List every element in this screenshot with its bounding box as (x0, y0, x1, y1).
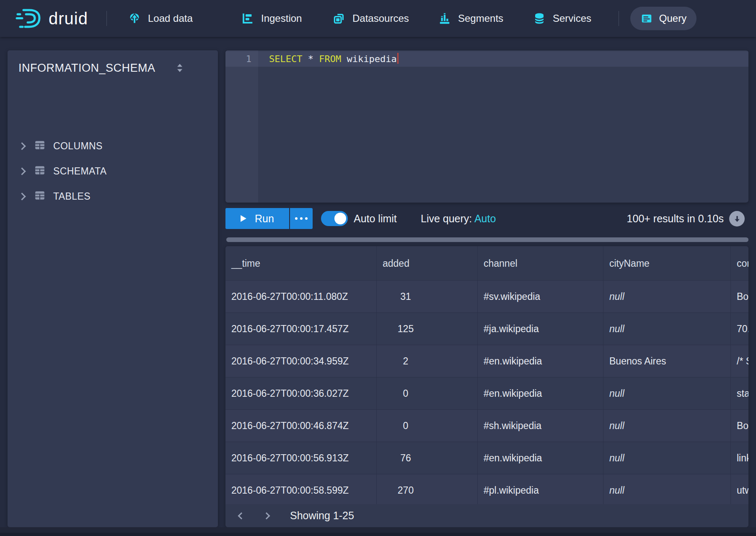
results-header-row: __time added channel cityName comment (225, 246, 748, 281)
column-header-channel[interactable]: channel (478, 246, 603, 281)
sql-text: SELECT * FROM wikipedia (269, 51, 399, 67)
table-cell-__time[interactable]: 2016-06-27T00:00:17.457Z (225, 313, 377, 345)
datasources-icon (333, 12, 345, 25)
results-table: __time added channel cityName comment 20… (225, 246, 748, 527)
table-cell-channel[interactable]: #en.wikipedia (478, 377, 603, 410)
horizontal-scrollbar[interactable] (226, 237, 748, 242)
table-row: 2016-06-27T00:00:17.457Z125#ja.wikipedia… (225, 313, 748, 345)
nav-item-label: Load data (148, 13, 193, 24)
column-header-comment[interactable]: comment (731, 246, 748, 281)
table-cell-channel[interactable]: #ja.wikipedia (478, 313, 603, 345)
bottom-edge (0, 533, 756, 536)
ingestion-icon (241, 12, 254, 25)
table-icon (34, 140, 46, 152)
table-cell-channel[interactable]: #en.wikipedia (478, 442, 603, 474)
table-row: 2016-06-27T00:00:36.027Z0#en.wikipedianu… (225, 377, 748, 410)
table-cell-__time[interactable]: 2016-06-27T00:00:11.080Z (225, 281, 377, 313)
druid-logo[interactable]: druid (15, 6, 88, 31)
chevron-right-icon (263, 512, 270, 519)
table-cell-cityName[interactable]: null (603, 474, 731, 504)
nav-item-label: Ingestion (261, 13, 302, 24)
table-cell-cityName[interactable]: null (603, 281, 731, 313)
chevron-right-icon (18, 193, 26, 200)
druid-logo-icon (15, 8, 43, 29)
table-cell-added[interactable]: 76 (377, 442, 478, 474)
nav-item-services[interactable]: Services (533, 0, 591, 37)
table-cell-__time[interactable]: 2016-06-27T00:00:36.027Z (225, 377, 377, 410)
sql-editor[interactable]: 1 SELECT * FROM wikipedia (225, 50, 748, 203)
run-more-button[interactable] (290, 208, 313, 229)
table-cell-__time[interactable]: 2016-06-27T00:00:34.959Z (225, 345, 377, 377)
table-cell-cityName[interactable]: null (603, 442, 731, 474)
table-cell-comment[interactable]: stat (731, 377, 748, 410)
table-cell-added[interactable]: 0 (377, 410, 478, 442)
table-cell-__time[interactable]: 2016-06-27T00:00:46.874Z (225, 410, 377, 442)
table-cell-comment[interactable]: /* St (731, 345, 748, 377)
nav-item-query-active[interactable]: Query (630, 7, 696, 30)
top-nav: druid Load data Ingestion Data (0, 0, 756, 37)
more-icon (295, 217, 298, 220)
table-cell-comment[interactable]: utwo (731, 474, 748, 504)
sql-plain: wikipedia (341, 54, 396, 64)
table-icon (34, 165, 46, 177)
live-query-label: Live query: Auto (421, 208, 496, 229)
nav-item-load-data[interactable]: Load data (128, 0, 193, 37)
sql-keyword: FROM (319, 54, 341, 64)
table-row: 2016-06-27T00:00:58.599Z270#pl.wikipedia… (225, 474, 748, 504)
table-cell-cityName[interactable]: Buenos Aires (603, 345, 731, 377)
query-icon (640, 12, 653, 25)
table-cell-channel[interactable]: #sv.wikipedia (478, 281, 603, 313)
play-icon (241, 215, 246, 222)
nav-item-label: Services (553, 13, 591, 24)
sidebar-item-tables[interactable]: TABLES (8, 185, 218, 207)
table-cell-channel[interactable]: #en.wikipedia (478, 345, 603, 377)
column-header-cityname[interactable]: cityName (603, 246, 731, 281)
table-cell-comment[interactable]: link (731, 442, 748, 474)
download-button[interactable] (729, 211, 745, 226)
table-cell-comment[interactable]: Bot (731, 410, 748, 442)
table-cell-__time[interactable]: 2016-06-27T00:00:58.599Z (225, 474, 377, 504)
nav-item-segments[interactable]: Segments (438, 0, 503, 37)
services-icon (533, 12, 546, 25)
more-icon (305, 217, 308, 220)
table-row: 2016-06-27T00:00:11.080Z31#sv.wikipedian… (225, 281, 748, 313)
column-header-time[interactable]: __time (225, 246, 377, 281)
schema-selector[interactable]: INFORMATION_SCHEMA (8, 58, 218, 78)
table-cell-cityName[interactable]: null (603, 377, 731, 410)
nav-item-label: Query (659, 13, 686, 24)
table-cell-added[interactable]: 2 (377, 345, 478, 377)
sidebar-item-label: SCHEMATA (53, 166, 107, 177)
table-cell-added[interactable]: 31 (377, 281, 478, 313)
table-cell-cityName[interactable]: null (603, 313, 731, 345)
table-cell-channel[interactable]: #pl.wikipedia (478, 474, 603, 504)
chevron-left-icon (238, 512, 245, 519)
nav-item-datasources[interactable]: Datasources (333, 0, 409, 37)
nav-item-ingestion[interactable]: Ingestion (241, 0, 302, 37)
next-page-button[interactable] (258, 504, 275, 527)
nav-item-label: Segments (458, 13, 503, 24)
table-row: 2016-06-27T00:00:46.874Z0#sh.wikipedianu… (225, 410, 748, 442)
table-cell-channel[interactable]: #sh.wikipedia (478, 410, 603, 442)
table-icon (34, 190, 46, 203)
table-cell-added[interactable]: 125 (377, 313, 478, 345)
table-cell-__time[interactable]: 2016-06-27T00:00:56.913Z (225, 442, 377, 474)
prev-page-button[interactable] (233, 504, 250, 527)
table-cell-added[interactable]: 0 (377, 377, 478, 410)
column-header-added[interactable]: added (377, 246, 478, 281)
table-cell-added[interactable]: 270 (377, 474, 478, 504)
druid-console: druid Load data Ingestion Data (0, 0, 756, 536)
sidebar-item-columns[interactable]: COLUMNS (8, 135, 218, 157)
table-row: 2016-06-27T00:00:56.913Z76#en.wikipedian… (225, 442, 748, 474)
table-row: 2016-06-27T00:00:34.959Z2#en.wikipediaBu… (225, 345, 748, 377)
auto-limit-toggle[interactable] (321, 211, 348, 226)
results-body: 2016-06-27T00:00:11.080Z31#sv.wikipedian… (225, 281, 748, 504)
table-cell-comment[interactable]: Bot (731, 281, 748, 313)
sidebar-item-schemata[interactable]: SCHEMATA (8, 160, 218, 182)
live-query-value[interactable]: Auto (474, 213, 496, 224)
table-cell-cityName[interactable]: null (603, 410, 731, 442)
pagination-status: Showing 1-25 (290, 504, 354, 527)
load-data-icon (128, 12, 141, 25)
table-cell-comment[interactable]: 70.9 (731, 313, 748, 345)
sidebar-item-label: TABLES (53, 191, 91, 202)
run-button[interactable]: Run (225, 208, 289, 229)
